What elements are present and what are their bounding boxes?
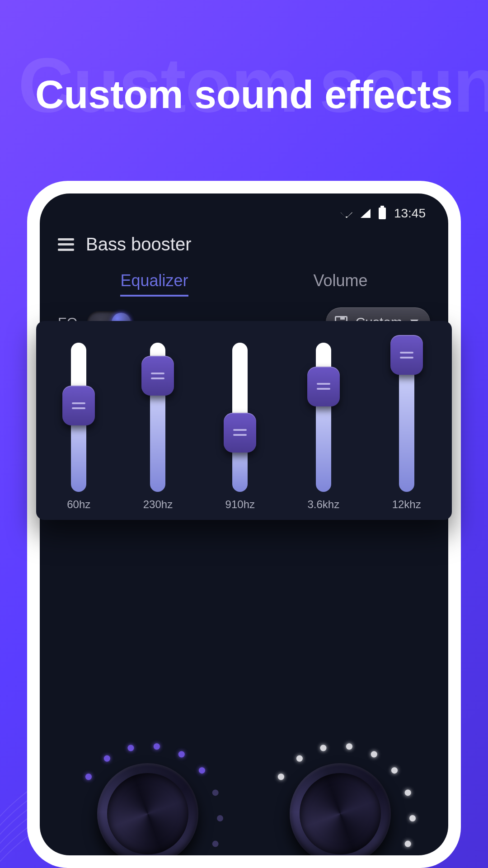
tab-bar: Equalizer Volume <box>40 271 448 297</box>
eq-slider-4[interactable] <box>399 343 414 492</box>
app-title: Bass booster <box>86 234 191 255</box>
status-time: 13:45 <box>394 206 426 221</box>
virtualizer-knob-wrap: – + Virtualizer <box>245 732 435 855</box>
app-bar: Bass booster <box>58 234 191 255</box>
eq-slider-thumb[interactable] <box>390 335 423 375</box>
status-bar: 13:45 <box>341 206 426 221</box>
bass-knob-wrap: – + Bass <box>53 732 243 855</box>
eq-band-1: 230hz <box>143 343 173 511</box>
eq-slider-2[interactable] <box>232 343 248 492</box>
eq-slider-0[interactable] <box>71 343 86 492</box>
eq-slider-3[interactable] <box>316 343 331 492</box>
eq-band-label: 12khz <box>392 498 421 511</box>
eq-band-2: 910hz <box>225 343 255 511</box>
eq-slider-1[interactable] <box>150 343 165 492</box>
signal-icon <box>361 209 371 218</box>
eq-slider-thumb[interactable] <box>62 386 95 425</box>
promo-page: Custom sound eff Custom sound effects 13… <box>0 0 488 868</box>
eq-slider-thumb[interactable] <box>141 356 174 396</box>
battery-icon <box>379 208 386 219</box>
eq-band-label: 3.6khz <box>307 498 339 511</box>
tab-equalizer[interactable]: Equalizer <box>120 271 188 297</box>
eq-band-label: 230hz <box>143 498 173 511</box>
equalizer-card: 60hz230hz910hz3.6khz12khz <box>36 321 452 520</box>
eq-band-0: 60hz <box>67 343 90 511</box>
eq-band-3: 3.6khz <box>307 343 339 511</box>
knob-row: – + Bass – + Virtualizer <box>40 732 448 855</box>
eq-slider-thumb[interactable] <box>307 367 340 406</box>
eq-band-label: 60hz <box>67 498 90 511</box>
app-screen: 13:45 Bass booster Equalizer Volume EQ <box>40 193 448 855</box>
wifi-icon <box>341 209 352 218</box>
hero-title: Custom sound effects <box>0 71 488 118</box>
eq-slider-thumb[interactable] <box>224 413 256 453</box>
eq-band-label: 910hz <box>225 498 255 511</box>
eq-band-4: 12khz <box>392 343 421 511</box>
menu-icon[interactable] <box>58 238 74 251</box>
tab-volume[interactable]: Volume <box>313 271 367 297</box>
phone-frame: 13:45 Bass booster Equalizer Volume EQ <box>27 181 461 868</box>
